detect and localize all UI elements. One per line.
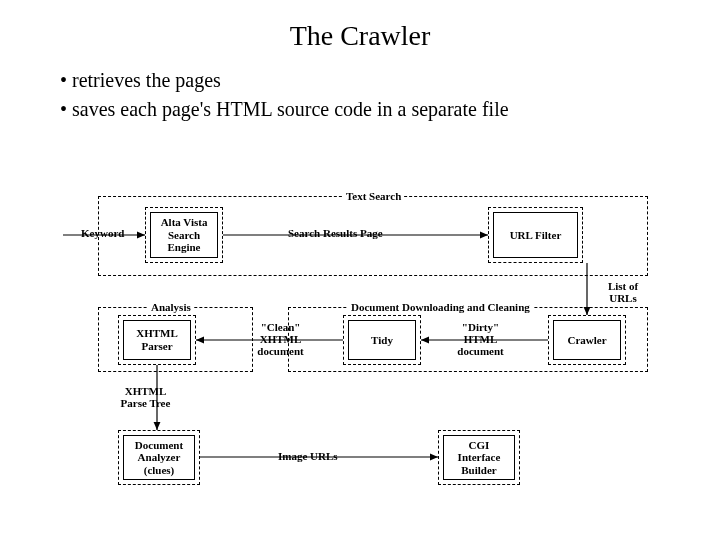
bullet-item: retrieves the pages bbox=[60, 66, 720, 95]
page-title: The Crawler bbox=[0, 20, 720, 52]
bullet-list: retrieves the pages saves each page's HT… bbox=[60, 66, 720, 124]
arrows-layer bbox=[63, 185, 658, 515]
architecture-diagram: Text Search Analysis Document Downloadin… bbox=[63, 185, 658, 515]
bullet-item: saves each page's HTML source code in a … bbox=[60, 95, 720, 124]
